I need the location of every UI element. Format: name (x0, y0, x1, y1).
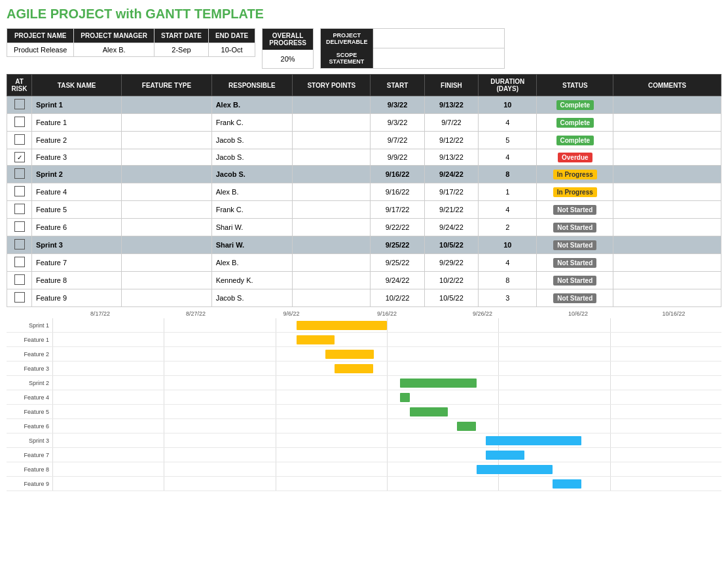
table-row: ✓ Feature 3 Jacob S. 9/9/22 9/13/22 4 Ov… (7, 149, 721, 166)
table-row: Feature 7 Alex B. 9/25/22 9/29/22 4 Not … (7, 254, 721, 272)
risk-checkbox[interactable] (14, 117, 25, 127)
risk-checkbox[interactable] (14, 134, 25, 145)
status-cell: Overdue (537, 149, 613, 166)
status-badge: In Progress (553, 187, 597, 197)
finish-cell: 9/7/22 (424, 114, 478, 132)
responsible-cell: Jacob S. (211, 166, 293, 183)
gantt-bar-row: Feature 1 (7, 333, 721, 347)
status-cell: In Progress (537, 166, 613, 183)
gantt-bar (325, 350, 374, 359)
scope-statement-value (373, 48, 504, 68)
gantt-bar (410, 407, 448, 416)
risk-checkbox[interactable] (14, 274, 25, 285)
status-badge: Overdue (558, 153, 592, 162)
start-cell: 10/2/22 (371, 289, 424, 307)
duration-cell: 4 (479, 114, 537, 132)
start-cell: 9/16/22 (371, 166, 424, 183)
gantt-axis: 8/17/228/27/229/6/229/16/229/26/2210/6/2… (7, 310, 721, 317)
gantt-row-label: Feature 7 (7, 452, 52, 458)
comments-cell (613, 96, 721, 114)
deliverable-section: PROJECTDELIVERABLE SCOPESTATEMENT (320, 28, 505, 69)
risk-checkbox[interactable] (14, 99, 25, 109)
feature-type-cell (122, 219, 211, 236)
feature-type-cell (122, 289, 211, 307)
status-cell: Not Started (537, 289, 613, 307)
gantt-bar-area (52, 477, 721, 490)
header-start: START (371, 75, 424, 96)
finish-cell: 9/12/22 (424, 132, 478, 149)
story-points-cell (293, 236, 371, 254)
gantt-bar-row: Feature 2 (7, 347, 721, 361)
story-points-cell (293, 149, 371, 166)
status-badge: Not Started (553, 240, 596, 250)
risk-checkbox[interactable] (14, 221, 25, 232)
at-risk-cell (7, 289, 32, 307)
comments-cell (613, 166, 721, 183)
start-date-value: 2-Sep (155, 43, 209, 57)
status-badge: Not Started (553, 276, 596, 286)
table-row: Feature 4 Alex B. 9/16/22 9/17/22 1 In P… (7, 183, 721, 201)
risk-checkbox[interactable] (14, 204, 25, 214)
gantt-bar-area (52, 347, 721, 361)
gantt-bar (335, 364, 373, 373)
overall-progress-label: OVERALLPROGRESS (263, 29, 313, 50)
status-badge: Complete (556, 100, 594, 110)
start-cell: 9/25/22 (371, 236, 424, 254)
table-row: Feature 2 Jacob S. 9/7/22 9/12/22 5 Comp… (7, 132, 721, 149)
status-cell: Not Started (537, 201, 613, 219)
feature-type-cell (122, 132, 211, 149)
comments-cell (613, 289, 721, 307)
responsible-cell: Alex B. (211, 254, 293, 272)
at-risk-cell (7, 114, 32, 132)
status-cell: Not Started (537, 219, 613, 236)
task-name-cell: Sprint 1 (32, 96, 122, 114)
feature-type-cell (122, 114, 211, 132)
finish-cell: 9/24/22 (424, 166, 478, 183)
risk-checkbox[interactable] (14, 186, 25, 196)
overall-progress-value: 20% (271, 50, 305, 68)
at-risk-cell (7, 132, 32, 149)
responsible-cell: Jacob S. (211, 289, 293, 307)
comments-cell (613, 236, 721, 254)
status-badge: Not Started (553, 223, 596, 232)
risk-checkbox[interactable] (14, 292, 25, 303)
project-info-table: PROJECT NAME PROJECT MANAGER START DATE … (7, 28, 255, 57)
risk-checkbox[interactable] (14, 257, 25, 267)
gantt-bar (486, 436, 581, 445)
feature-type-cell (122, 166, 211, 183)
gantt-axis-label: 10/16/22 (626, 310, 721, 317)
header-at-risk: ATRISK (7, 75, 32, 96)
gantt-bar (553, 479, 581, 489)
finish-cell: 10/5/22 (424, 236, 478, 254)
at-risk-cell (7, 201, 32, 219)
gantt-axis-label: 10/6/22 (530, 310, 626, 317)
gantt-row-label: Feature 2 (7, 351, 52, 358)
status-cell: Complete (537, 96, 613, 114)
table-row: Feature 8 Kennedy K. 9/24/22 10/2/22 8 N… (7, 272, 721, 289)
gantt-axis-label: 8/17/22 (52, 310, 148, 317)
start-cell: 9/17/22 (371, 201, 424, 219)
feature-type-cell (122, 254, 211, 272)
risk-checkbox[interactable] (14, 239, 25, 250)
task-name-cell: Feature 5 (32, 201, 122, 219)
feature-type-cell (122, 272, 211, 289)
feature-type-cell (122, 96, 211, 114)
duration-cell: 8 (479, 272, 537, 289)
gantt-bar-row: Feature 8 (7, 462, 721, 477)
story-points-cell (293, 166, 371, 183)
duration-cell: 3 (479, 289, 537, 307)
risk-checkbox[interactable] (14, 168, 25, 179)
comments-cell (613, 254, 721, 272)
feature-type-cell (122, 183, 211, 201)
duration-cell: 4 (479, 254, 537, 272)
table-row: Feature 9 Jacob S. 10/2/22 10/5/22 3 Not… (7, 289, 721, 307)
task-name-cell: Feature 6 (32, 219, 122, 236)
risk-checkbox[interactable]: ✓ (14, 152, 25, 162)
table-row: Sprint 2 Jacob S. 9/16/22 9/24/22 8 In P… (7, 166, 721, 183)
finish-cell: 9/17/22 (424, 183, 478, 201)
story-points-cell (293, 132, 371, 149)
gantt-bar-area (52, 318, 721, 332)
responsible-cell: Jacob S. (211, 132, 293, 149)
finish-cell: 9/21/22 (424, 201, 478, 219)
at-risk-cell (7, 219, 32, 236)
